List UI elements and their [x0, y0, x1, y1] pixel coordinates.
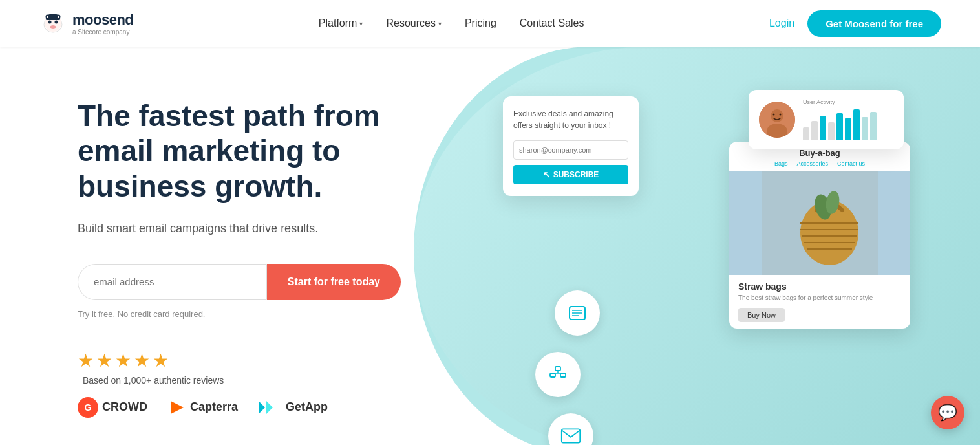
svg-point-14	[771, 109, 783, 122]
hero-heading: The fastest path from email marketing to…	[78, 98, 401, 204]
email-input[interactable]	[78, 264, 267, 300]
flow-icon-hierarchy	[535, 352, 581, 397]
bar-7	[853, 109, 860, 140]
svg-rect-25	[550, 373, 555, 377]
shop-body: Straw bags The best straw bags for a per…	[729, 275, 910, 329]
cursor-icon: ↖	[543, 169, 551, 180]
svg-marker-12	[266, 401, 273, 414]
capterra-text: Capterra	[190, 400, 238, 414]
shop-brand-name: Buy-a-bag	[738, 148, 901, 158]
g2-logo: G	[78, 397, 98, 418]
shop-product-name: Straw bags	[738, 281, 901, 292]
svg-marker-10	[171, 401, 184, 414]
subscribe-email-input[interactable]	[513, 140, 628, 160]
nav-contact-sales[interactable]: Contact Sales	[520, 17, 584, 29]
capterra-icon	[168, 398, 186, 417]
mockups-container: Exclusive deals and amazing offers strai…	[477, 83, 917, 420]
svg-point-6	[52, 27, 53, 28]
svg-point-5	[50, 25, 56, 29]
navbar: moosend a Sitecore company Platform ▾ Re…	[0, 0, 980, 47]
hero-section: The fastest path from email marketing to…	[0, 47, 980, 445]
bar-6	[845, 118, 851, 140]
avatar-image	[759, 102, 795, 138]
chat-icon: 💬	[938, 404, 957, 422]
nav-pricing[interactable]: Pricing	[465, 17, 496, 29]
get-moosend-button[interactable]: Get Moosend for free	[807, 10, 941, 37]
g2-crowd-text: CROWD	[102, 400, 147, 414]
trust-section: ★ ★ ★ ★ ★ Based on 1,000+ authentic revi…	[78, 350, 401, 418]
brand-logo[interactable]: moosend a Sitecore company	[39, 9, 133, 38]
nav-resources[interactable]: Resources ▾	[386, 17, 441, 29]
subscribe-card-text: Exclusive deals and amazing offers strai…	[513, 108, 628, 131]
svg-marker-11	[259, 401, 265, 414]
star-rating: ★ ★ ★ ★ ★	[78, 350, 224, 371]
svg-point-16	[773, 113, 775, 115]
svg-point-17	[780, 113, 782, 115]
star-2: ★	[96, 350, 112, 371]
trust-badges: G CROWD Capterra GetApp	[78, 397, 401, 418]
hero-right: Exclusive deals and amazing offers strai…	[414, 47, 980, 445]
bar-8	[862, 117, 868, 140]
svg-rect-27	[562, 429, 580, 442]
shop-product-desc: The best straw bags for a perfect summer…	[738, 294, 901, 301]
shop-product-image	[729, 171, 910, 275]
bag-svg	[762, 171, 878, 275]
badge-capterra: Capterra	[168, 398, 238, 417]
svg-point-4	[55, 21, 58, 24]
platform-dropdown-arrow: ▾	[359, 20, 363, 27]
trust-row: ★ ★ ★ ★ ★ Based on 1,000+ authentic revi…	[78, 350, 401, 385]
login-button[interactable]: Login	[769, 17, 794, 29]
chat-bubble[interactable]: 💬	[931, 396, 964, 429]
svg-point-7	[54, 27, 55, 28]
hierarchy-icon	[548, 364, 568, 385]
subscribe-button[interactable]: ↖ SUBSCRIBE	[513, 165, 628, 184]
nav-actions: Login Get Moosend for free	[769, 10, 941, 37]
brand-tagline: a Sitecore company	[72, 28, 133, 36]
badge-g2: G CROWD	[78, 397, 147, 418]
bar-9	[870, 112, 877, 140]
bar-5	[836, 113, 843, 140]
svg-point-3	[48, 21, 52, 24]
badge-getapp: GetApp	[259, 400, 328, 415]
chart-bars	[803, 108, 893, 140]
flow-icon-content	[555, 290, 600, 336]
buy-now-button[interactable]: Buy Now	[738, 308, 785, 322]
getapp-text: GetApp	[286, 400, 328, 414]
star-4: ★	[134, 350, 150, 371]
bar-1	[803, 127, 809, 140]
bar-3	[820, 116, 826, 140]
shop-nav: Bags Accessories Contact us	[738, 160, 901, 167]
shop-nav-accessories[interactable]: Accessories	[796, 160, 828, 167]
chart-title: User Activity	[803, 99, 893, 105]
start-free-button[interactable]: Start for free today	[267, 264, 401, 300]
star-3: ★	[115, 350, 131, 371]
nav-links: Platform ▾ Resources ▾ Pricing Contact S…	[319, 17, 584, 29]
hero-note: Try it free. No credit card required.	[78, 309, 401, 319]
brand-name: moosend	[72, 12, 133, 28]
hero-subheading: Build smart email campaigns that drive r…	[78, 222, 388, 235]
shop-card: Buy-a-bag Bags Accessories Contact us	[729, 142, 910, 329]
shop-nav-contact[interactable]: Contact us	[837, 160, 865, 167]
content-icon	[567, 303, 588, 323]
flow-icon-email	[548, 413, 593, 445]
bar-2	[811, 121, 818, 140]
svg-rect-26	[560, 373, 566, 377]
trust-text: Based on 1,000+ authentic reviews	[83, 375, 224, 385]
bar-4	[828, 122, 835, 140]
trust-left: ★ ★ ★ ★ ★ Based on 1,000+ authentic revi…	[78, 350, 224, 385]
subscribe-card: Exclusive deals and amazing offers strai…	[503, 96, 639, 196]
email-icon	[560, 426, 581, 445]
shop-nav-bags[interactable]: Bags	[774, 160, 788, 167]
activity-chart: User Activity	[803, 99, 893, 140]
logo-icon	[39, 9, 67, 38]
getapp-icon	[259, 400, 282, 415]
activity-card: User Activity	[749, 90, 904, 149]
user-avatar	[759, 102, 795, 138]
star-1: ★	[78, 350, 94, 371]
resources-dropdown-arrow: ▾	[438, 20, 442, 27]
hero-left: The fastest path from email marketing to…	[0, 47, 440, 445]
star-5: ★	[153, 350, 169, 371]
nav-platform[interactable]: Platform ▾	[319, 17, 363, 29]
hero-form: Start for free today	[78, 264, 401, 300]
svg-rect-22	[555, 367, 560, 371]
